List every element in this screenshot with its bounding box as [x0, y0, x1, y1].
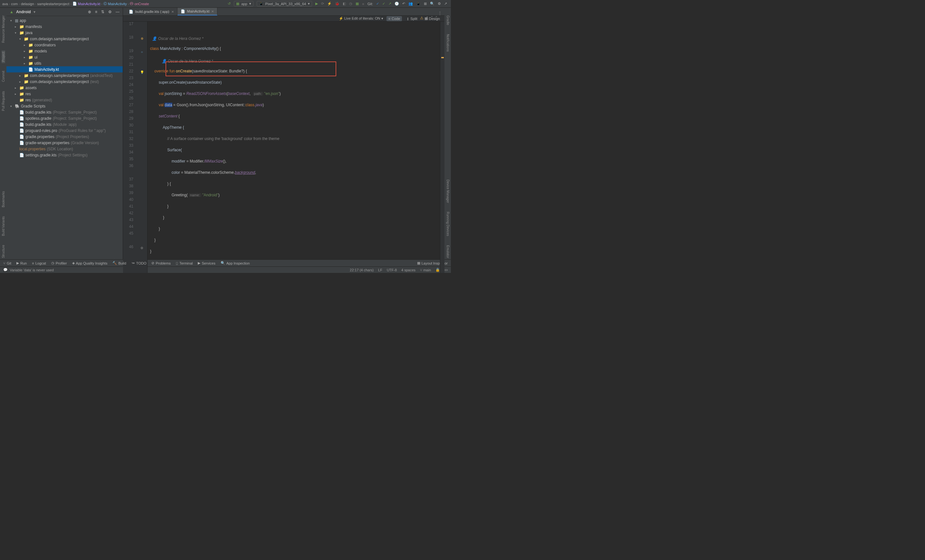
view-code-button[interactable]: ≡ Code: [387, 16, 402, 21]
profile-icon[interactable]: ◷: [349, 2, 353, 6]
tw-build[interactable]: 🔨 Build: [112, 261, 126, 265]
build-variants-tab[interactable]: Build Variants: [2, 215, 5, 237]
editor-tabs: 📄build.gradle.kts (:app)✕ 📄MainActivity.…: [123, 8, 444, 16]
emulator-tab[interactable]: Emulator: [446, 244, 450, 260]
close-icon[interactable]: ✕: [171, 10, 174, 14]
preview-gear-icon[interactable]: ⚙: [137, 245, 147, 251]
breadcrumb-file[interactable]: 📄MainActivity.kt: [71, 2, 101, 6]
line-number-gutter[interactable]: 1718 19202122 23242526 27282930 31323334…: [123, 21, 137, 273]
code-with-me-icon[interactable]: 👥: [408, 2, 413, 6]
breadcrumb-method[interactable]: ⓜonCreate: [129, 1, 150, 6]
crosshair-icon[interactable]: ⊕: [88, 10, 91, 14]
right-tool-rail: Gradle Notifications Device Manager Runn…: [444, 8, 451, 260]
run-config-selector[interactable]: ▦app▾: [234, 1, 253, 6]
coverage-icon[interactable]: ◧: [343, 2, 346, 6]
device-selector[interactable]: 📱Pixel_3a_API_33_x86_64▾: [257, 1, 312, 6]
git-push-icon[interactable]: ↗: [389, 2, 391, 6]
device-manager-tab[interactable]: Device Manager: [446, 178, 450, 204]
user-icon: 👤: [162, 59, 167, 63]
bulb-icon[interactable]: 💡: [137, 69, 147, 76]
run-icon[interactable]: ▶: [315, 2, 318, 6]
code-editor[interactable]: ⚠1 ˄ ˅ 👤Oscar de la Hera Gomez * class M…: [148, 21, 440, 273]
editor-area: 📄build.gradle.kts (:app)✕ 📄MainActivity.…: [123, 8, 444, 260]
status-notification-icon[interactable]: 💬: [3, 268, 8, 272]
running-devices-tab[interactable]: Running Devices: [446, 210, 450, 237]
stop-icon[interactable]: ■: [362, 2, 364, 6]
more-icon[interactable]: ↗: [444, 2, 447, 6]
git-label: Git:: [368, 2, 373, 6]
override-icon[interactable]: ○: [137, 49, 147, 56]
minimize-icon[interactable]: —: [116, 10, 119, 14]
warning-marker[interactable]: [441, 57, 444, 58]
close-icon[interactable]: ✕: [211, 10, 214, 13]
search-icon[interactable]: 🔍: [430, 2, 434, 6]
navigation-bar: ava› com› delasign› samplestarterproject…: [0, 0, 451, 8]
user-icon: 👤: [152, 36, 157, 41]
breadcrumb-seg[interactable]: samplestarterproject: [36, 2, 71, 6]
filter-icon[interactable]: ≡: [95, 10, 97, 14]
breadcrumb-seg[interactable]: ava: [1, 2, 9, 6]
run-class-icon[interactable]: ⊕: [137, 35, 147, 42]
status-message: Variable 'data' is never used: [10, 268, 54, 272]
sync-icon[interactable]: ↺: [228, 2, 230, 6]
tw-run[interactable]: ▶ Run: [17, 261, 27, 265]
debug-icon[interactable]: 🐞: [335, 2, 339, 6]
tw-todo[interactable]: ≔ TODO: [131, 261, 146, 265]
live-edit-toggle[interactable]: ⚡ Live Edit of literals: ON ▾: [339, 17, 383, 21]
tree-item-mainactivity[interactable]: 📄MainActivity.kt: [6, 66, 123, 72]
attach-icon[interactable]: ▦: [356, 2, 359, 6]
notifications-tab[interactable]: Notifications: [446, 33, 450, 53]
gear-icon[interactable]: ⚙: [108, 10, 112, 14]
git-commit-icon[interactable]: ✓: [382, 2, 385, 6]
left-tool-rail: Resource Manager Project Commit Pull Req…: [0, 8, 6, 260]
emulator-icon[interactable]: ⊞: [424, 2, 427, 6]
project-tab[interactable]: Project: [2, 51, 5, 63]
git-update-icon[interactable]: ✓: [376, 2, 379, 6]
inspect-up-icon[interactable]: ˄: [431, 16, 433, 20]
tw-aqi[interactable]: ◈ App Quality Insights: [72, 261, 108, 265]
tw-git[interactable]: ⑂ Git: [3, 261, 11, 265]
settings-icon[interactable]: ⚙: [438, 2, 441, 6]
history-icon[interactable]: 🕘: [395, 2, 399, 6]
project-tree[interactable]: ▾▦app ▸📁manifests ▾📁java ▾📁com.delasign.…: [6, 16, 123, 260]
breadcrumb-seg[interactable]: delasign: [20, 2, 35, 6]
device-mirror-icon[interactable]: 📱: [416, 2, 420, 6]
editor-marker-rail[interactable]: [440, 21, 444, 273]
project-tool-window: ▲ Android ▾ ⊕ ≡ ⇅ ⚙ — ▾▦app ▸📁manifests …: [6, 8, 123, 260]
pull-requests-tab[interactable]: Pull Requests: [2, 90, 5, 112]
tab-build-gradle[interactable]: 📄build.gradle.kts (:app)✕: [126, 8, 178, 15]
icon-gutter[interactable]: ⊕ ○ 💡 ⚙: [137, 21, 148, 273]
view-split-button[interactable]: ⫿ Split: [405, 16, 419, 21]
breadcrumb-seg[interactable]: com: [10, 2, 19, 6]
tw-profiler[interactable]: ◷ Profiler: [51, 261, 67, 265]
undo-icon[interactable]: ↶: [402, 2, 405, 6]
android-icon: ▲: [10, 10, 14, 14]
memory-indicator[interactable]: ▭: [444, 268, 448, 272]
commit-tab[interactable]: Commit: [2, 69, 5, 83]
sidebar-view-selector[interactable]: Android: [16, 10, 31, 14]
tw-logcat[interactable]: ≡ Logcat: [32, 261, 46, 265]
apply-changes-icon[interactable]: ⚡: [327, 2, 332, 6]
bookmarks-tab[interactable]: Bookmarks: [2, 190, 5, 209]
rerun-icon[interactable]: ⟳: [321, 2, 324, 6]
inspect-down-icon[interactable]: ˅: [435, 16, 437, 20]
tab-mainactivity[interactable]: 📄MainActivity.kt✕: [178, 8, 217, 15]
resource-manager-tab[interactable]: Resource Manager: [2, 14, 5, 44]
sort-icon[interactable]: ⇅: [101, 10, 104, 14]
breadcrumb-class[interactable]: ⒸMainActivity: [102, 1, 128, 6]
structure-tab[interactable]: Structure: [2, 244, 5, 260]
warning-icon[interactable]: ⚠: [420, 16, 423, 20]
gradle-tab[interactable]: Gradle: [446, 14, 450, 26]
